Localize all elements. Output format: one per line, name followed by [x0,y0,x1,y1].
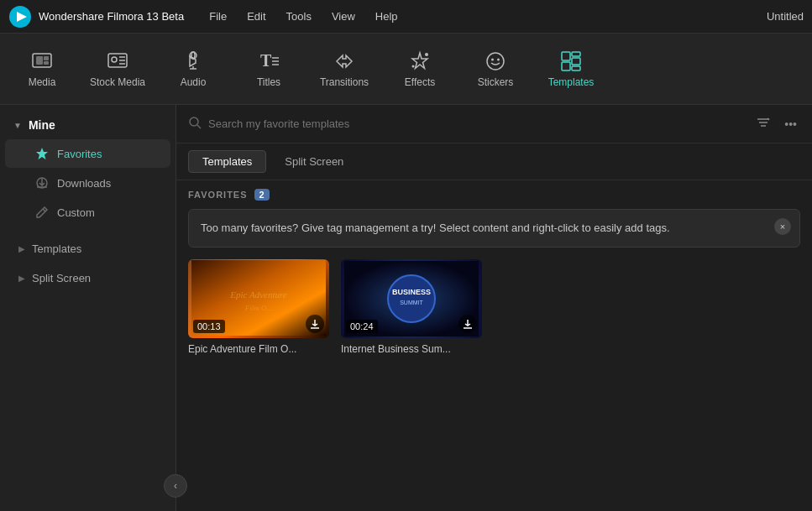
svg-point-21 [412,65,415,68]
toolbar-stock-media[interactable]: Stock Media [84,39,151,98]
effects-icon [408,50,432,73]
toolbar-transitions[interactable]: Transitions [311,39,378,98]
sidebar-mine-section: ▼ Mine Favorites Downloads [0,105,175,234]
favorites-section: FAVORITES 2 Too many favorites? Give tag… [176,180,812,363]
svg-text:Epic Adventure: Epic Adventure [229,289,287,300]
toolbar-media[interactable]: Media [8,39,76,98]
toolbar-titles[interactable]: T Titles [235,39,302,98]
svg-text:Film O...: Film O... [244,304,273,312]
download-icon [35,176,49,190]
menu-view[interactable]: View [323,7,364,26]
stock-media-icon [106,50,129,73]
star-icon [35,147,49,160]
svg-point-23 [491,59,494,61]
toolbar-templates-label: Templates [548,76,595,88]
sidebar-mine-label: Mine [29,118,55,132]
toolbar-audio-label: Audio [181,76,207,88]
split-screen-collapsible-label: Split Screen [32,272,91,284]
toolbar-effects-label: Effects [405,76,435,88]
app-title: Wondershare Filmora 13 Beta [39,10,184,23]
titles-icon: T [257,50,280,73]
template-thumb-business: BUSINESS SUMMIT 00:24 [341,259,482,338]
collapse-sidebar-button[interactable]: ‹ [164,474,187,498]
edit-icon [35,206,49,219]
template-thumb-epic: Epic Adventure Film O... 00:13 [188,259,329,338]
svg-rect-3 [36,56,43,65]
business-name: Internet Business Sum... [341,343,482,355]
transitions-icon [333,50,356,73]
filter-icon[interactable] [752,113,774,134]
toolbar-media-label: Media [29,76,56,88]
sidebar-item-downloads[interactable]: Downloads [5,169,170,197]
menu-tools[interactable]: Tools [278,7,320,26]
tab-bar: Templates Split Screen [176,143,812,180]
templates-icon [559,50,583,73]
content-area: ••• Templates Split Screen FAVORITES 2 T… [176,105,812,511]
toolbar-templates[interactable]: Templates [537,39,605,98]
svg-rect-4 [44,56,49,60]
svg-rect-29 [572,66,580,70]
svg-point-7 [112,57,117,62]
tab-split-screen[interactable]: Split Screen [271,151,357,172]
search-icon [188,116,202,132]
tab-templates[interactable]: Templates [188,150,266,173]
svg-text:T: T [260,51,272,70]
svg-text:BUSINESS: BUSINESS [392,288,431,296]
toolbar: Media Stock Media Audio T Titles [0,34,812,105]
menu-help[interactable]: Help [367,7,406,26]
toolbar-stickers-label: Stickers [478,76,514,88]
svg-rect-25 [562,52,570,60]
svg-rect-5 [44,61,49,65]
stickers-icon [484,50,507,73]
svg-point-24 [497,59,500,61]
downloads-label: Downloads [57,177,111,190]
app-logo-icon [8,5,32,29]
epic-name: Epic Adventure Film O... [188,343,329,355]
sidebar-item-split-screen[interactable]: ▶ Split Screen [5,264,170,292]
favorites-count-badge: 2 [254,189,270,201]
notification-close-button[interactable]: × [774,218,791,235]
search-input[interactable] [208,117,746,130]
toolbar-audio[interactable]: Audio [160,39,227,98]
menu-items: File Edit Tools View Help [201,7,767,26]
template-grid: Epic Adventure Film O... 00:13 Ep [188,259,800,355]
sidebar-item-custom[interactable]: Custom [5,198,170,227]
mine-chevron-icon: ▼ [13,121,22,130]
template-card-internet-business[interactable]: BUSINESS SUMMIT 00:24 Internet Business … [341,259,482,355]
templates-collapsible-label: Templates [32,242,81,255]
toolbar-stickers[interactable]: Stickers [462,39,529,98]
more-options-icon[interactable]: ••• [781,116,800,133]
menu-edit[interactable]: Edit [238,7,274,26]
menu-bar: Wondershare Filmora 13 Beta File Edit To… [0,0,812,34]
main-area: ▼ Mine Favorites Downloads [0,105,812,511]
toolbar-stock-media-label: Stock Media [90,76,145,88]
templates-chevron-icon: ▶ [18,244,25,253]
sidebar-mine-header[interactable]: ▼ Mine [0,112,175,138]
menu-file[interactable]: File [201,7,235,26]
epic-download-icon[interactable] [306,315,324,333]
sidebar-item-favorites[interactable]: Favorites [5,139,170,168]
svg-marker-30 [36,148,48,159]
svg-point-44 [388,275,435,322]
toolbar-titles-label: Titles [257,76,280,88]
svg-line-34 [197,125,201,128]
search-bar: ••• [176,105,812,143]
toolbar-effects[interactable]: Effects [386,39,453,98]
business-download-icon[interactable] [458,315,477,333]
notification-banner: Too many favorites? Give tag management … [188,209,800,248]
toolbar-transitions-label: Transitions [320,76,369,88]
app-logo: Wondershare Filmora 13 Beta [8,5,184,29]
window-title: Untitled [767,10,804,23]
notification-text: Too many favorites? Give tag management … [201,222,670,234]
svg-point-22 [487,53,504,70]
sidebar: ▼ Mine Favorites Downloads [0,105,176,511]
svg-line-32 [43,209,45,211]
epic-duration: 00:13 [193,320,225,333]
split-screen-chevron-icon: ▶ [18,274,25,283]
template-card-epic-adventure[interactable]: Epic Adventure Film O... 00:13 Ep [188,259,329,355]
svg-rect-27 [572,58,580,65]
sidebar-item-templates[interactable]: ▶ Templates [5,235,170,263]
business-duration: 00:24 [346,320,378,333]
custom-label: Custom [57,206,95,219]
svg-point-20 [425,53,428,56]
